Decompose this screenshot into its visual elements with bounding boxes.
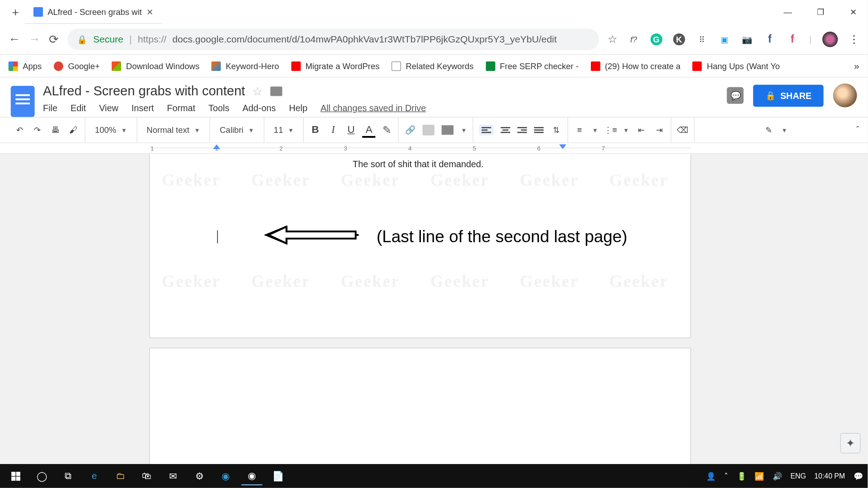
grammarly-extension-icon[interactable]: G [651,33,662,45]
paint-format-button[interactable]: 🖌 [68,125,79,136]
print-button[interactable]: 🖶 [50,125,61,136]
tray-overflow-icon[interactable]: ˄ [724,471,728,480]
move-folder-icon[interactable] [270,86,282,96]
align-justify-button[interactable] [534,127,544,133]
bookmark-free-serp[interactable]: Free SERP checker - [486,61,579,70]
new-tab-button[interactable]: + [6,3,25,21]
bookmark-keyword-hero[interactable]: Keyword-Hero [212,61,279,70]
italic-button[interactable]: I [328,125,339,136]
save-extension-icon[interactable]: ▣ [718,33,730,45]
action-center-icon[interactable]: 💬 [854,471,863,480]
font-dropdown[interactable]: Calibri▼ [216,125,258,135]
horizontal-ruler[interactable]: 11234567 [0,143,868,154]
undo-button[interactable]: ↶ [14,125,25,136]
account-avatar[interactable] [833,84,857,108]
bookmark-googleplus[interactable]: Google+ [54,61,100,70]
chrome-taskbar-icon[interactable]: ◉ [241,466,263,485]
bookmarks-overflow-icon[interactable]: » [854,61,859,71]
comments-button[interactable]: 💬 [727,87,744,104]
chrome-profile-avatar[interactable] [822,31,838,47]
battery-tray-icon[interactable]: 🔋 [737,471,746,480]
insert-image-button[interactable] [442,125,453,135]
task-view-button[interactable]: ⧉ [57,466,79,485]
browser-tab[interactable]: ALfred - Screen grabs wit ✕ [25,0,162,24]
people-tray-icon[interactable]: 👤 [706,471,716,480]
insert-link-button[interactable]: 🔗 [405,125,415,136]
volume-tray-icon[interactable]: 🔊 [773,471,782,480]
explore-button[interactable]: ✦ [840,433,861,453]
cortana-button[interactable]: ◯ [31,466,53,485]
mail-taskbar-icon[interactable]: ✉ [162,466,184,485]
docs-logo-icon[interactable] [11,86,35,117]
style-dropdown[interactable]: Normal text▼ [143,125,203,135]
minimize-button[interactable]: — [779,5,797,19]
numbered-list-button[interactable]: ≡ [574,125,585,136]
collapse-toolbar-button[interactable]: ˆ [856,125,859,136]
redo-button[interactable]: ↷ [32,125,43,136]
align-right-button[interactable] [518,127,527,133]
maximize-button[interactable]: ❐ [812,5,830,19]
align-left-button[interactable] [479,125,494,136]
camera-extension-icon[interactable]: 📷 [741,33,753,45]
bookmark-migrate-wordpress[interactable]: Migrate a WordPres [291,61,380,70]
menu-format[interactable]: Format [167,103,195,113]
align-center-button[interactable] [501,127,510,133]
menu-addons[interactable]: Add-ons [242,103,276,113]
back-button[interactable]: ← [8,32,20,46]
file-explorer-taskbar-icon[interactable]: 🗀 [110,466,132,485]
clear-formatting-button[interactable]: ⌫ [677,125,688,136]
address-bar[interactable]: 🔒 Secure | https://docs.google.com/docum… [67,28,599,50]
facebook-extension-icon[interactable]: f [764,33,775,45]
skype-taskbar-icon[interactable]: ◉ [215,466,236,485]
share-extension-icon[interactable]: ⠿ [696,33,708,45]
watermark-text: Geeker [430,272,490,291]
star-document-icon[interactable]: ☆ [252,84,263,99]
share-button[interactable]: 🔒SHARE [753,84,823,107]
notepad-taskbar-icon[interactable]: 📄 [267,466,289,485]
menu-edit[interactable]: Edit [71,103,86,113]
language-indicator[interactable]: ENG [790,472,806,480]
menu-view[interactable]: View [99,103,118,113]
bookmark-related-keywords[interactable]: Related Keywords [392,61,474,70]
insert-comment-button[interactable] [423,125,434,136]
increase-indent-button[interactable]: ⇥ [654,125,665,136]
menu-file[interactable]: File [43,103,57,113]
serp-icon [486,61,495,70]
bookmark-hang-ups[interactable]: Hang Ups (Want Yo [693,61,780,70]
bulleted-list-button[interactable]: ⋮≡ [605,125,616,136]
document-title[interactable]: ALfred - Screen grabs with content [43,84,245,99]
reload-button[interactable]: ⟳ [49,32,59,47]
bookmark-how-to-create[interactable]: (29) How to create a [590,61,680,70]
highlight-button[interactable]: ✎ [382,125,392,136]
decrease-indent-button[interactable]: ⇤ [636,125,647,136]
line-spacing-button[interactable]: ⇅ [551,125,562,136]
editing-mode-button[interactable]: ✎ [764,125,774,136]
apps-shortcut[interactable]: Apps [8,61,42,70]
font-size-dropdown[interactable]: 11▼ [270,125,297,135]
bold-button[interactable]: B [310,125,321,136]
forward-button[interactable]: → [28,32,40,46]
menu-help[interactable]: Help [289,103,307,113]
save-status[interactable]: All changes saved in Drive [321,103,426,113]
facebook-alt-extension-icon[interactable]: f [787,33,798,45]
close-window-button[interactable]: ✕ [845,5,862,19]
document-page[interactable]: The sort of shit that it demanded. (Last… [149,154,691,338]
font-finder-extension-icon[interactable]: f? [627,33,639,45]
k-extension-icon[interactable]: K [673,33,685,45]
wifi-tray-icon[interactable]: 📶 [755,471,764,480]
bookmark-star-icon[interactable]: ☆ [608,33,617,46]
edge-taskbar-icon[interactable]: e [84,466,105,485]
underline-button[interactable]: U [346,125,357,136]
menu-insert[interactable]: Insert [132,103,154,113]
zoom-dropdown[interactable]: 100%▼ [91,125,131,135]
document-canvas[interactable]: The sort of shit that it demanded. (Last… [0,154,868,488]
settings-taskbar-icon[interactable]: ⚙ [189,466,210,485]
text-color-button[interactable]: A [363,125,374,136]
bookmark-download-windows[interactable]: Download Windows [112,61,199,70]
chrome-menu-icon[interactable]: ⋮ [849,33,859,46]
start-button[interactable] [5,466,27,485]
clock[interactable]: 10:40 PM [814,472,845,480]
close-tab-icon[interactable]: ✕ [146,7,154,16]
store-taskbar-icon[interactable]: 🛍 [136,466,158,485]
menu-tools[interactable]: Tools [208,103,229,113]
